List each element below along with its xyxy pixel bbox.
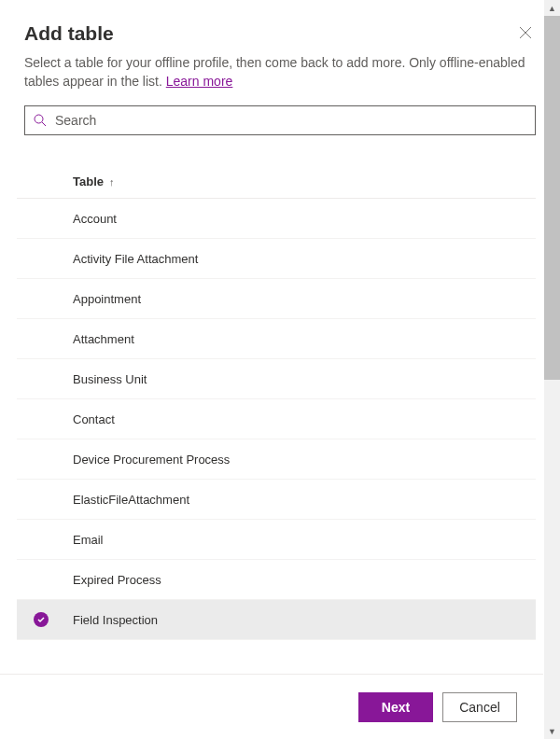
row-label: Attachment xyxy=(73,332,134,346)
sort-ascending-icon: ↑ xyxy=(109,176,115,188)
table-row[interactable]: Contact xyxy=(17,399,536,439)
dialog-footer: Next Cancel xyxy=(0,674,543,739)
dialog-header: Add table xyxy=(24,22,536,54)
table-row[interactable]: Field Inspection xyxy=(17,600,536,640)
table-row[interactable]: Account xyxy=(17,199,536,239)
table-list: Table ↑ AccountActivity File AttachmentA… xyxy=(17,165,536,640)
cancel-button[interactable]: Cancel xyxy=(442,692,517,722)
table-row[interactable]: Device Procurement Process xyxy=(17,439,536,480)
row-label: ElasticFileAttachment xyxy=(73,493,189,507)
checkmark-icon xyxy=(34,612,49,627)
row-label: Account xyxy=(73,212,117,226)
row-label: Activity File Attachment xyxy=(73,252,198,266)
row-label: Appointment xyxy=(73,292,141,306)
table-row[interactable]: Activity File Attachment xyxy=(17,239,536,279)
description-text: Select a table for your offline profile,… xyxy=(24,55,525,89)
table-row[interactable]: Attachment xyxy=(17,319,536,359)
row-label: Contact xyxy=(73,412,115,426)
close-button[interactable] xyxy=(515,22,536,43)
svg-point-0 xyxy=(35,115,43,123)
table-row[interactable]: ElasticFileAttachment xyxy=(17,480,536,520)
rows-container: AccountActivity File AttachmentAppointme… xyxy=(17,199,536,640)
table-header-label: Table xyxy=(73,174,104,188)
search-icon xyxy=(33,113,48,128)
add-table-dialog: Add table Select a table for your offlin… xyxy=(0,0,560,674)
table-header[interactable]: Table ↑ xyxy=(17,165,536,199)
scrollbar[interactable]: ▲ ▼ xyxy=(544,0,560,739)
row-label: Expired Process xyxy=(73,573,161,587)
search-box[interactable] xyxy=(24,105,536,135)
scrollbar-thumb[interactable] xyxy=(544,16,560,380)
table-row[interactable]: Business Unit xyxy=(17,359,536,399)
scroll-down-icon[interactable]: ▼ xyxy=(544,723,560,739)
row-checkbox-cell[interactable] xyxy=(34,612,73,627)
scroll-up-icon[interactable]: ▲ xyxy=(544,0,560,16)
table-row[interactable]: Expired Process xyxy=(17,560,536,600)
row-label: Device Procurement Process xyxy=(73,453,230,467)
next-button[interactable]: Next xyxy=(358,692,433,722)
table-row[interactable]: Appointment xyxy=(17,279,536,319)
close-icon xyxy=(519,26,532,39)
search-input[interactable] xyxy=(55,113,527,128)
table-row[interactable]: Email xyxy=(17,520,536,560)
dialog-description: Select a table for your offline profile,… xyxy=(24,54,536,91)
row-label: Email xyxy=(73,533,104,547)
learn-more-link[interactable]: Learn more xyxy=(166,74,233,89)
dialog-title: Add table xyxy=(24,22,114,45)
row-label: Field Inspection xyxy=(73,613,158,627)
row-label: Business Unit xyxy=(73,372,147,386)
